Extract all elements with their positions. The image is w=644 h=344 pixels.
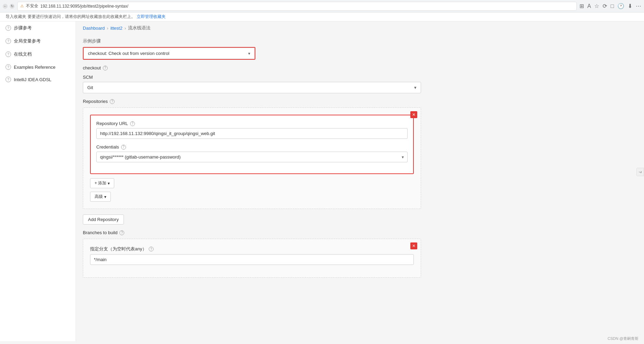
checkout-label: checkout ? [83, 65, 637, 70]
branches-label: Branches to build ? [83, 230, 637, 235]
branch-specifier-input[interactable] [90, 254, 414, 265]
sidebar-label-global-vars: 全局变量参考 [14, 38, 41, 44]
advanced-label: 高级 [95, 194, 103, 200]
add-dropdown-button[interactable]: + 添加 ▾ [90, 178, 114, 188]
steps-icon: ? [6, 25, 11, 31]
notification-bar: 导入收藏夹 要要进行快速访问，请将你的网址收藏放在此收藏夹栏上。 立即管理收藏夹 [0, 12, 644, 21]
repositories-label-text: Repositories [83, 99, 108, 104]
branch-specifier-label-text: 指定分支（为空时代表any） [90, 246, 147, 252]
content-area: 示例步骤 checkout: Check out from version co… [76, 35, 644, 290]
credentials-group: Credentials ? qingsi/****** (gitlab-user… [96, 144, 408, 162]
scm-arrow-icon: ▾ [414, 85, 417, 90]
repositories-label: Repositories ? [83, 99, 421, 104]
browser-bar: ← ↻ ⚠ 不安全 192.168.11.132:9095/job/ittest… [0, 0, 644, 12]
sidebar-label-gdsl: IntelliJ IDEA GDSL [14, 77, 51, 82]
browser-actions: ⊞ A ☆ ⟳ □ 🕐 ⬇ ⋯ [579, 3, 641, 9]
settings-icon[interactable]: ⋯ [636, 3, 641, 9]
address-bar[interactable]: ⚠ 不安全 192.168.11.132:9095/job/ittest2/pi… [17, 2, 577, 11]
credentials-label: Credentials ? [96, 144, 408, 150]
repository-close-button[interactable]: ✕ [410, 111, 417, 118]
repository-card-inner: Repository URL ? Credentials ? [90, 115, 414, 174]
sidebar-item-steps[interactable]: ? 步骤参考 [0, 21, 76, 35]
scm-select[interactable]: Git ▾ [83, 82, 421, 93]
branches-group: Branches to build ? ✕ 指定分支（为空时代表any） ? [83, 230, 637, 278]
sidebar-item-gdsl[interactable]: ? IntelliJ IDEA GDSL [0, 73, 76, 86]
branch-specifier-label: 指定分支（为空时代表any） ? [90, 246, 414, 252]
repositories-section: Repositories ? ✕ Repository URL ? [83, 99, 421, 230]
advanced-button[interactable]: 高级 ▾ [90, 192, 111, 202]
add-dropdown-label: + 添加 [95, 180, 106, 186]
translate-icon[interactable]: ⊞ [579, 3, 584, 9]
app-layout: ? 步骤参考 ? 全局变量参考 ? 在线文档 ? Examples Refere… [0, 21, 644, 341]
sample-steps-label: 示例步骤 [83, 38, 637, 44]
browser-controls: ← ↻ [3, 4, 14, 9]
breadcrumb: Dashboard › ittest2 › 流水线语法 [76, 21, 644, 35]
advanced-arrow-icon: ▾ [104, 194, 106, 199]
repository-url-help-icon[interactable]: ? [130, 121, 135, 126]
font-icon[interactable]: A [587, 3, 591, 9]
branches-help-icon[interactable]: ? [119, 230, 124, 235]
extensions-icon[interactable]: □ [611, 3, 614, 9]
branches-card: ✕ 指定分支（为空时代表any） ? [83, 239, 421, 278]
right-help-panel[interactable]: ? [636, 168, 644, 176]
bookmark-icon[interactable]: ☆ [594, 3, 599, 9]
sidebar-item-online-docs[interactable]: ? 在线文档 [0, 48, 76, 61]
branch-specifier-help-icon[interactable]: ? [149, 247, 154, 251]
sidebar-label-online-docs: 在线文档 [14, 51, 32, 57]
back-button[interactable]: ← [3, 4, 8, 9]
sidebar-item-global-vars[interactable]: ? 全局变量参考 [0, 35, 76, 48]
checkout-text: checkout [83, 65, 101, 70]
history-icon[interactable]: 🕐 [617, 3, 624, 9]
credentials-help-icon[interactable]: ? [121, 145, 126, 150]
sidebar: ? 步骤参考 ? 全局变量参考 ? 在线文档 ? Examples Refere… [0, 21, 76, 341]
examples-icon: ? [6, 64, 11, 70]
notif-import-text: 导入收藏夹 [6, 14, 26, 20]
gdsl-icon: ? [6, 77, 11, 82]
repositories-help-icon[interactable]: ? [110, 99, 115, 104]
step-selector-arrow: ▾ [248, 51, 250, 56]
add-dropdown-arrow: ▾ [108, 181, 110, 186]
branch-close-button[interactable]: ✕ [410, 242, 417, 249]
scm-value: Git [87, 85, 414, 90]
scm-label: SCM [83, 75, 637, 80]
branches-label-text: Branches to build [83, 230, 117, 235]
global-vars-icon: ? [6, 38, 11, 44]
step-selector[interactable]: checkout: Check out from version control… [84, 48, 255, 59]
breadcrumb-ittest2[interactable]: ittest2 [110, 26, 123, 31]
sidebar-item-examples[interactable]: ? Examples Reference [0, 61, 76, 73]
branch-specifier-group: 指定分支（为空时代表any） ? [90, 246, 414, 265]
checkout-help-icon[interactable]: ? [103, 66, 108, 70]
sidebar-label-steps: 步骤参考 [14, 25, 32, 31]
refresh-button[interactable]: ↻ [10, 4, 14, 9]
repository-url-label: Repository URL ? [96, 121, 408, 126]
step-selector-wrapper: checkout: Check out from version control… [83, 47, 255, 60]
add-repository-button[interactable]: Add Repository [83, 214, 124, 224]
scm-label-text: SCM [83, 75, 93, 80]
lock-icon: ⚠ [20, 4, 24, 8]
download-icon[interactable]: ⬇ [628, 3, 632, 9]
credentials-value: qingsi/****** (gitlab-username-password) [100, 154, 402, 160]
credentials-label-text: Credentials [96, 144, 119, 150]
credentials-arrow-icon: ▾ [402, 155, 404, 160]
breadcrumb-current: 流水线语法 [128, 25, 150, 31]
protocol-label: 不安全 [26, 3, 38, 9]
main-content: Dashboard › ittest2 › 流水线语法 示例步骤 checkou… [76, 21, 644, 341]
notif-link[interactable]: 立即管理收藏夹 [137, 14, 166, 20]
breadcrumb-sep2: › [125, 26, 126, 31]
sidebar-label-examples: Examples Reference [14, 65, 56, 70]
watermark: CSDN @青嗣青斯 [608, 336, 638, 341]
refresh-icon[interactable]: ⟳ [603, 3, 607, 9]
breadcrumb-sep1: › [107, 26, 108, 31]
notif-message: 要要进行快速访问，请将你的网址收藏放在此收藏夹栏上。 [28, 14, 135, 20]
online-docs-icon: ? [6, 51, 11, 57]
repository-url-label-text: Repository URL [96, 121, 128, 126]
breadcrumb-dashboard[interactable]: Dashboard [83, 26, 105, 31]
repository-card: ✕ Repository URL ? [83, 107, 421, 209]
scm-group: SCM Git ▾ [83, 75, 637, 93]
repository-url-group: Repository URL ? [96, 121, 408, 139]
url-text: 192.168.11.132:9095/job/ittest2/pipeline… [40, 4, 128, 9]
credentials-select[interactable]: qingsi/****** (gitlab-username-password)… [96, 152, 408, 162]
step-selector-text: checkout: Check out from version control [88, 51, 248, 56]
repository-url-input[interactable] [96, 128, 408, 139]
